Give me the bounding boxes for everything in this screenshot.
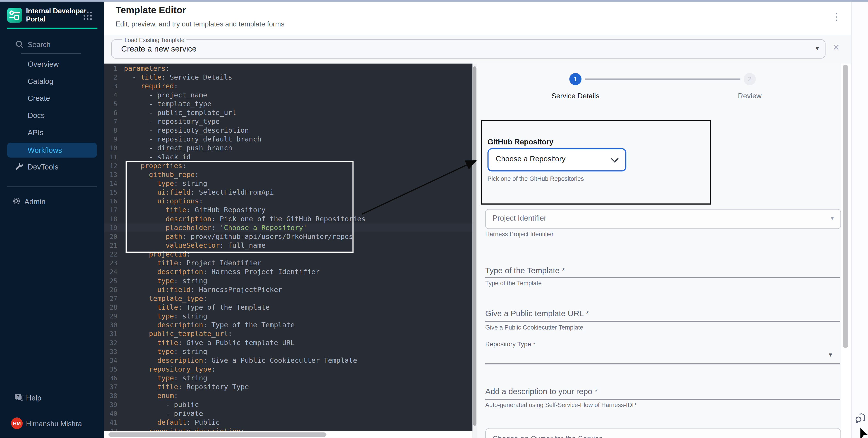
code-line-39[interactable]: 39 - public [104, 400, 472, 409]
code-line-29[interactable]: 29 type: string [104, 312, 472, 321]
close-icon[interactable]: ✕ [831, 42, 841, 53]
dropdown-caret-icon[interactable]: ▼ [828, 352, 833, 358]
user-name[interactable]: Himanshu Mishra [26, 420, 82, 428]
code-line-7[interactable]: 7 - repository_type [104, 117, 472, 126]
sidebar-item-admin[interactable]: Admin [0, 195, 104, 209]
public-url-underline [485, 321, 840, 322]
sidebar-item-apis[interactable]: APIs [0, 126, 104, 140]
stepper-step-1[interactable]: 1 [569, 73, 582, 85]
line-number: 19 [104, 223, 117, 232]
code-line-6[interactable]: 6 - public_template_url [104, 108, 472, 117]
avatar[interactable]: HM [11, 417, 23, 429]
code-line-27[interactable]: 27 template_type: [104, 294, 472, 303]
code-text: description: Harness Project Identifier [124, 267, 319, 276]
code-line-37[interactable]: 37 title: Repository Type [104, 382, 472, 391]
line-number: 20 [104, 232, 117, 241]
line-number: 5 [104, 99, 117, 108]
editor-horizontal-scrollbar-thumb[interactable] [108, 432, 327, 437]
editor-vertical-scrollbar-thumb[interactable] [473, 66, 476, 426]
code-line-2[interactable]: 2 - title: Service Details [104, 73, 472, 81]
code-line-1[interactable]: 1parameters: [104, 64, 472, 73]
code-text: - direct_push_branch [124, 143, 232, 152]
sidebar-item-catalog[interactable]: Catalog [0, 74, 104, 89]
template-type-field-label[interactable]: Type of the Template * [485, 266, 565, 275]
apps-grid-icon[interactable] [84, 11, 92, 20]
code-text: - public_template_url [124, 108, 236, 117]
code-line-5[interactable]: 5 - template_type [104, 99, 472, 108]
editor-horizontal-scrollbar[interactable] [104, 431, 472, 438]
sidebar-item-devtools[interactable]: DevTools [0, 160, 104, 174]
code-line-30[interactable]: 30 description: Type of the Template [104, 321, 472, 329]
stepper-label-review: Review [716, 92, 783, 100]
code-text: type: string [124, 276, 207, 285]
sidebar-item-overview[interactable]: Overview [0, 57, 104, 71]
code-line-41[interactable]: 41 default: Public [104, 418, 472, 427]
code-line-3[interactable]: 3 required: [104, 81, 472, 91]
code-line-8[interactable]: 8 - repositoty_description [104, 126, 472, 135]
code-line-11[interactable]: 11 - slack_id [104, 152, 472, 161]
code-line-25[interactable]: 25 type: string [104, 276, 472, 285]
search-icon[interactable] [16, 40, 24, 51]
page-subtitle: Edit, preview, and try out templates and… [116, 21, 284, 28]
line-number: 11 [104, 152, 117, 161]
search-input[interactable]: Search [28, 40, 51, 49]
code-text: public_template_url: [124, 329, 232, 338]
code-line-33[interactable]: 33 type: string [104, 347, 472, 356]
line-number: 7 [104, 117, 117, 126]
code-line-34[interactable]: 34 description: Give a Public Cookiecutt… [104, 356, 472, 365]
code-line-26[interactable]: 26 ui:field: HarnessProjectPicker [104, 285, 472, 294]
public-url-field-label[interactable]: Give a Public template URL * [485, 309, 589, 318]
editor-vertical-scrollbar[interactable] [472, 64, 477, 438]
kebab-menu-icon[interactable]: ⋮ [832, 11, 840, 25]
line-number: 14 [104, 179, 117, 188]
code-text: title: Repository Type [124, 382, 249, 391]
code-line-38[interactable]: 38 enum: [104, 391, 472, 400]
load-template-select[interactable]: Load Existing Template Create a new serv… [111, 39, 826, 59]
sidebar-item-workflows[interactable]: Workflows [7, 143, 97, 158]
project-identifier-helper: Harness Project Identifier [485, 231, 554, 237]
line-number: 40 [104, 409, 117, 418]
panel-scrollbar[interactable] [841, 64, 851, 438]
line-number: 6 [104, 108, 117, 117]
code-annotation-box [126, 161, 353, 253]
code-line-23[interactable]: 23 title: Project Identifier [104, 259, 472, 267]
code-line-32[interactable]: 32 title: Give a Public template URL [104, 338, 472, 347]
line-number: 8 [104, 126, 117, 135]
github-repository-label: GitHub Repository [487, 138, 553, 146]
code-line-40[interactable]: 40 - private [104, 409, 472, 418]
code-line-31[interactable]: 31 public_template_url: [104, 329, 472, 338]
code-text: title: Give a Public template URL [124, 338, 295, 347]
repo-description-field-label[interactable]: Add a description to your repo * [485, 387, 598, 396]
code-line-4[interactable]: 4 - project_name [104, 91, 472, 99]
code-line-36[interactable]: 36 type: string [104, 374, 472, 382]
code-line-24[interactable]: 24 description: Harness Project Identifi… [104, 267, 472, 276]
repository-type-underline [485, 363, 840, 364]
stepper-step-2[interactable]: 2 [744, 73, 756, 85]
line-number: 21 [104, 241, 117, 249]
code-line-9[interactable]: 9 - repository_default_branch [104, 135, 472, 143]
code-text: - project_name [124, 91, 207, 99]
code-text: parameters: [124, 64, 170, 73]
page-title: Template Editor [116, 5, 186, 16]
line-number: 2 [104, 73, 117, 81]
code-line-28[interactable]: 28 title: Type of the Template [104, 303, 472, 311]
panel-scrollbar-thumb[interactable] [843, 65, 848, 348]
github-repository-select[interactable]: Choose a Repository [487, 148, 626, 172]
repository-type-field-label[interactable]: Repository Type * [485, 341, 535, 347]
code-line-35[interactable]: 35 repository_type: [104, 365, 472, 373]
owner-select[interactable]: Choose an Owner for the Service [485, 428, 841, 438]
support-chat-icon[interactable] [854, 412, 866, 427]
sidebar: Internal DeveloperPortal Search Overview… [0, 0, 104, 438]
chevron-down-icon [611, 155, 619, 163]
line-number: 23 [104, 259, 117, 267]
line-number: 31 [104, 329, 117, 338]
line-number: 35 [104, 365, 117, 373]
line-number: 27 [104, 294, 117, 303]
code-line-10[interactable]: 10 - direct_push_branch [104, 143, 472, 152]
line-number: 17 [104, 205, 117, 214]
sidebar-item-create[interactable]: Create [0, 91, 104, 106]
project-identifier-select[interactable]: Project Identifier ▾ [485, 209, 841, 229]
sidebar-item-docs[interactable]: Docs [0, 108, 104, 123]
sidebar-item-help[interactable]: ? Help [0, 391, 104, 405]
dropdown-caret-icon[interactable]: ▼ [814, 45, 820, 52]
